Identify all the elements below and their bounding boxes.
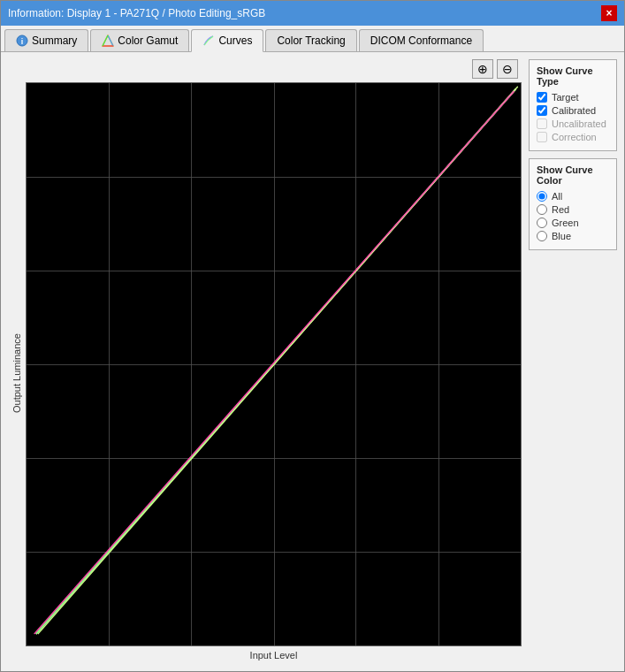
calibrated-label: Calibrated bbox=[552, 105, 596, 116]
radio-red: Red bbox=[537, 204, 609, 215]
right-panel: Show Curve Type Target Calibrated Uncali… bbox=[529, 59, 617, 664]
green-label: Green bbox=[552, 218, 579, 228]
chart-toolbar: ⊕ ⊖ bbox=[8, 59, 522, 79]
checkbox-correction: Correction bbox=[537, 132, 609, 142]
all-radio[interactable] bbox=[537, 191, 547, 202]
blue-label: Blue bbox=[552, 231, 571, 241]
tab-color-tracking[interactable]: Color Tracking bbox=[265, 29, 356, 51]
info-icon: i bbox=[16, 34, 28, 47]
correction-label: Correction bbox=[552, 132, 597, 142]
chart-area bbox=[26, 82, 522, 646]
target-checkbox[interactable] bbox=[537, 92, 547, 103]
tab-dicom-conformance[interactable]: DICOM Conformance bbox=[359, 29, 484, 51]
curve-color-title: Show Curve Color bbox=[537, 164, 609, 186]
close-button[interactable]: × bbox=[601, 5, 617, 21]
tab-color-tracking-label: Color Tracking bbox=[277, 34, 345, 47]
correction-checkbox[interactable] bbox=[537, 132, 547, 142]
zoom-in-button[interactable]: ⊕ bbox=[472, 59, 493, 79]
triangle-icon bbox=[102, 34, 114, 47]
x-axis-label: Input Level bbox=[26, 646, 522, 664]
chart-container: ⊕ ⊖ Output Luminance bbox=[8, 59, 522, 664]
radio-blue: Blue bbox=[537, 231, 609, 241]
calibrated-checkbox[interactable] bbox=[537, 105, 547, 116]
tab-summary[interactable]: i Summary bbox=[4, 29, 88, 51]
main-window: Information: Display 1 - PA271Q / Photo … bbox=[0, 0, 625, 672]
svg-line-3 bbox=[108, 35, 113, 46]
red-radio[interactable] bbox=[537, 204, 547, 215]
target-label: Target bbox=[552, 92, 579, 103]
svg-line-5 bbox=[103, 35, 108, 46]
blue-radio[interactable] bbox=[537, 231, 547, 241]
radio-green: Green bbox=[537, 218, 609, 228]
svg-marker-2 bbox=[103, 35, 113, 46]
tab-dicom-conformance-label: DICOM Conformance bbox=[370, 34, 472, 47]
red-label: Red bbox=[552, 204, 569, 215]
curve-type-panel: Show Curve Type Target Calibrated Uncali… bbox=[529, 59, 617, 151]
green-radio[interactable] bbox=[537, 218, 547, 228]
curves-icon bbox=[202, 34, 215, 47]
checkbox-target: Target bbox=[537, 92, 609, 103]
all-label: All bbox=[552, 191, 562, 202]
curve-color-panel: Show Curve Color All Red Green Blue bbox=[529, 158, 617, 250]
content-area: ⊕ ⊖ Output Luminance bbox=[1, 52, 624, 671]
tab-curves[interactable]: Curves bbox=[191, 29, 263, 52]
uncalibrated-checkbox[interactable] bbox=[537, 118, 547, 129]
svg-text:i: i bbox=[21, 37, 24, 46]
checkbox-uncalibrated: Uncalibrated bbox=[537, 118, 609, 129]
zoom-out-button[interactable]: ⊖ bbox=[497, 59, 518, 79]
curve-type-title: Show Curve Type bbox=[537, 65, 609, 87]
chart-with-labels: Output Luminance bbox=[8, 82, 522, 664]
uncalibrated-label: Uncalibrated bbox=[552, 118, 606, 129]
title-bar: Information: Display 1 - PA271Q / Photo … bbox=[1, 1, 624, 26]
y-axis-label: Output Luminance bbox=[8, 82, 26, 664]
window-title: Information: Display 1 - PA271Q / Photo … bbox=[8, 7, 265, 19]
checkbox-calibrated: Calibrated bbox=[537, 105, 609, 116]
tab-color-gamut-label: Color Gamut bbox=[118, 34, 178, 47]
svg-line-9 bbox=[34, 91, 514, 634]
tab-color-gamut[interactable]: Color Gamut bbox=[90, 29, 189, 51]
radio-all: All bbox=[537, 191, 609, 202]
curves-svg bbox=[27, 83, 521, 645]
tab-summary-label: Summary bbox=[32, 34, 77, 47]
tab-bar: i Summary Color Gamut bbox=[1, 26, 624, 52]
chart-and-x: Input Level bbox=[26, 82, 522, 664]
tab-curves-label: Curves bbox=[218, 34, 252, 47]
